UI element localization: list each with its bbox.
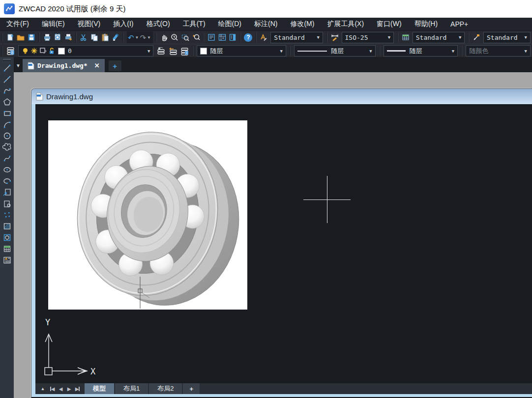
file-tab-list-dropdown-icon[interactable]: ▼ xyxy=(14,59,23,72)
first-layout-button[interactable]: ◀ xyxy=(48,384,57,393)
zoom-window-icon[interactable] xyxy=(180,32,190,43)
ray-tool-icon[interactable] xyxy=(0,74,13,85)
previous-layout-button[interactable]: ◀ xyxy=(57,384,65,393)
plot-export-icon[interactable] xyxy=(63,32,73,43)
mtext-tool-icon[interactable] xyxy=(0,255,13,266)
menu-help[interactable]: 帮助(H) xyxy=(408,18,444,30)
plot-style-dropdown[interactable]: 随颜色 ▼ xyxy=(466,45,531,57)
next-layout-button[interactable]: ▶ xyxy=(65,384,73,393)
close-tab-icon[interactable]: ✕ xyxy=(94,62,100,69)
dimension-style-dropdown[interactable]: ISO-25 ▼ xyxy=(342,32,394,43)
zoom-realtime-icon[interactable] xyxy=(170,32,180,43)
table-style-dropdown[interactable]: Standard ▼ xyxy=(413,32,465,43)
help-icon[interactable]: ? xyxy=(243,32,253,43)
save-icon[interactable] xyxy=(27,32,36,43)
color-dropdown[interactable]: 随层 ▼ xyxy=(197,45,286,57)
menu-file[interactable]: 文件(F) xyxy=(0,18,35,30)
layer-plot-icon[interactable] xyxy=(39,47,47,55)
hatch-tool-icon[interactable] xyxy=(0,221,13,232)
menu-format[interactable]: 格式(O) xyxy=(140,18,176,30)
expand-up-icon[interactable]: ▲ xyxy=(37,384,48,393)
file-tab-active[interactable]: Drawing1.dwg* ✕ xyxy=(23,59,105,72)
paste-icon[interactable] xyxy=(100,32,110,43)
menu-bar: 文件(F) 编辑(E) 视图(V) 插入(I) 格式(O) 工具(T) 绘图(D… xyxy=(0,18,532,31)
layer-previous-icon[interactable] xyxy=(167,46,178,57)
zoom-previous-icon[interactable] xyxy=(191,32,201,43)
linetype-dropdown[interactable]: 随层 ▼ xyxy=(294,45,376,57)
layer-states-icon[interactable] xyxy=(179,46,190,57)
arc-tool-icon[interactable] xyxy=(0,119,13,130)
undo-dropdown-icon[interactable]: ▼ xyxy=(135,35,139,40)
make-layer-current-icon[interactable] xyxy=(155,46,166,57)
cut-icon[interactable] xyxy=(79,32,89,43)
toolbar-separator xyxy=(256,32,257,42)
layer-on-bulb-icon[interactable] xyxy=(22,47,29,55)
polyline-tool-icon[interactable] xyxy=(0,85,13,96)
table-tool-icon[interactable] xyxy=(0,243,13,255)
dimension-style-icon[interactable] xyxy=(330,32,340,43)
toolbar-separator xyxy=(2,46,3,56)
layer-manager-icon[interactable] xyxy=(5,46,16,57)
lineweight-dropdown[interactable]: 随层 ▼ xyxy=(384,45,458,57)
tab-layout2[interactable]: 布局2 xyxy=(149,383,182,394)
properties-palette-icon[interactable] xyxy=(207,32,216,43)
revision-cloud-tool-icon[interactable] xyxy=(0,142,13,153)
drawing-canvas[interactable]: Y X xyxy=(35,104,532,383)
print-preview-icon[interactable] xyxy=(53,32,62,43)
gradient-tool-icon[interactable] xyxy=(0,232,13,243)
menu-draw[interactable]: 绘图(D) xyxy=(212,18,248,30)
menu-tools[interactable]: 工具(T) xyxy=(177,18,212,30)
last-layout-button[interactable]: ▶ xyxy=(73,384,82,393)
bearing-raster-image[interactable] xyxy=(48,120,247,310)
spline-tool-icon[interactable] xyxy=(0,153,13,164)
tab-model[interactable]: 模型 xyxy=(85,383,114,394)
polygon-tool-icon[interactable] xyxy=(0,96,13,108)
multileader-style-icon[interactable] xyxy=(472,32,481,43)
menu-insert[interactable]: 插入(I) xyxy=(107,18,140,30)
document-titlebar[interactable]: Drawing1.dwg xyxy=(31,89,532,104)
layer-unlock-icon[interactable] xyxy=(48,47,56,55)
layer-dropdown[interactable]: 0 ▼ xyxy=(18,45,153,57)
new-drawing-tab-button[interactable]: + xyxy=(109,60,121,71)
print-icon[interactable] xyxy=(42,32,52,43)
add-layout-button[interactable]: + xyxy=(183,383,200,394)
linetype-sample xyxy=(297,51,327,52)
redo-dropdown-icon[interactable]: ▼ xyxy=(147,35,151,40)
open-file-icon[interactable] xyxy=(16,32,26,43)
circle-tool-icon[interactable] xyxy=(0,130,13,142)
design-center-icon[interactable] xyxy=(217,32,227,43)
toolbar-separator xyxy=(468,32,469,42)
text-style-value: Standard xyxy=(274,34,305,41)
menu-edit[interactable]: 编辑(E) xyxy=(35,18,71,30)
toolbar-separator xyxy=(76,32,77,42)
menu-window[interactable]: 窗口(W) xyxy=(370,18,408,30)
point-tool-icon[interactable] xyxy=(0,209,13,221)
tab-layout1[interactable]: 布局1 xyxy=(115,383,148,394)
redo-button[interactable]: ↷ xyxy=(140,34,146,41)
menu-app-plus[interactable]: APP+ xyxy=(444,18,474,30)
tool-palettes-icon[interactable] xyxy=(228,32,238,43)
lineweight-sample xyxy=(387,50,406,52)
menu-view[interactable]: 视图(V) xyxy=(71,18,107,30)
rectangle-tool-icon[interactable] xyxy=(0,108,13,119)
new-file-icon[interactable] xyxy=(5,32,15,43)
text-style-icon[interactable] xyxy=(259,32,269,43)
pan-icon[interactable] xyxy=(159,32,169,43)
multileader-style-dropdown[interactable]: Standard ▼ xyxy=(483,32,531,43)
table-style-icon[interactable] xyxy=(401,32,411,43)
text-style-dropdown[interactable]: Standard ▼ xyxy=(270,32,323,43)
menu-modify[interactable]: 修改(M) xyxy=(284,18,321,30)
insert-block-tool-icon[interactable] xyxy=(0,187,13,198)
match-properties-icon[interactable] xyxy=(111,32,120,43)
ellipse-tool-icon[interactable] xyxy=(0,164,13,175)
document-window[interactable]: Drawing1.dwg xyxy=(31,88,532,398)
undo-button[interactable]: ↶ xyxy=(128,34,134,41)
toolbar-grip[interactable] xyxy=(3,59,11,61)
menu-dimension[interactable]: 标注(N) xyxy=(248,18,284,30)
line-tool-icon[interactable] xyxy=(0,62,13,74)
layer-thaw-sun-icon[interactable] xyxy=(30,47,38,55)
ellipse-arc-tool-icon[interactable] xyxy=(0,175,13,187)
copy-icon[interactable] xyxy=(89,32,99,43)
menu-express-tools[interactable]: 扩展工具(X) xyxy=(321,18,370,30)
make-block-tool-icon[interactable] xyxy=(0,198,13,209)
